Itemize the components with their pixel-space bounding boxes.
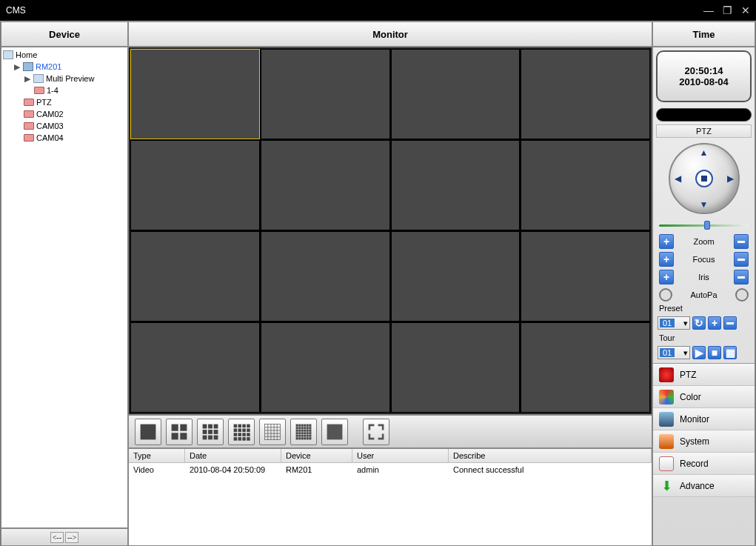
video-cell-3[interactable] (391, 49, 521, 139)
layout-1-button[interactable] (135, 419, 161, 445)
focus-in-button[interactable]: + (659, 252, 674, 267)
fullscreen-button[interactable] (363, 419, 389, 445)
zoom-out-button[interactable] (734, 234, 749, 249)
ptz-section-label: PTZ (656, 124, 752, 138)
log-row[interactable]: Video 2010-08-04 20:50:09 RM201 admin Co… (129, 463, 652, 476)
zoom-in-button[interactable]: + (659, 234, 674, 249)
tour-stop-button[interactable]: ■ (708, 346, 721, 359)
svg-rect-24 (242, 433, 246, 436)
log-col-device[interactable]: Device (281, 449, 352, 462)
video-cell-16[interactable] (521, 322, 650, 413)
video-grid-area (128, 47, 652, 415)
maximize-button[interactable]: ❐ (723, 4, 732, 16)
tree-cam02[interactable]: CAM02 (24, 108, 126, 120)
video-cell-2[interactable] (261, 49, 390, 139)
iris-open-button[interactable]: + (659, 270, 674, 284)
svg-rect-25 (247, 433, 250, 436)
nav-next-button[interactable]: --> (65, 532, 78, 543)
time-header: Time (652, 21, 755, 47)
close-button[interactable]: ✕ (741, 4, 750, 16)
autopan-left-button[interactable] (659, 288, 672, 302)
tree-cam03[interactable]: CAM03 (24, 120, 126, 132)
video-cell-8[interactable] (521, 140, 650, 230)
log-col-type[interactable]: Type (129, 449, 185, 462)
log-col-date[interactable]: Date (185, 449, 281, 462)
iris-close-button[interactable] (734, 270, 749, 284)
camera-icon (24, 134, 34, 142)
camera-icon (24, 110, 34, 118)
right-menu: PTZ Color Monitor System Record ⬇ Advanc… (653, 363, 755, 497)
clock-time: 20:50:14 (684, 65, 723, 76)
menu-ptz[interactable]: PTZ (653, 364, 755, 386)
svg-rect-23 (238, 433, 241, 436)
video-cell-11[interactable] (391, 231, 521, 322)
preset-del-button[interactable] (723, 316, 737, 330)
preset-combo[interactable]: 01▾ (658, 316, 690, 330)
video-cell-7[interactable] (391, 140, 521, 230)
clock-display: 20:50:14 2010-08-04 (656, 50, 752, 102)
video-cell-6[interactable] (261, 140, 390, 230)
video-cell-13[interactable] (130, 322, 260, 413)
video-cell-1[interactable] (130, 49, 260, 139)
expand-icon[interactable]: ▶ (24, 74, 31, 84)
svg-rect-11 (203, 435, 207, 439)
tour-label: Tour (653, 333, 755, 345)
video-cell-4[interactable] (521, 49, 650, 139)
layout-36-button[interactable] (290, 419, 317, 445)
video-cell-9[interactable] (130, 231, 260, 322)
tree-device-rm201[interactable]: ▶ RM201 (13, 61, 126, 73)
menu-color[interactable]: Color (653, 386, 755, 408)
ptz-stop-button[interactable] (695, 170, 713, 187)
video-cell-14[interactable] (261, 322, 390, 413)
autopan-right-button[interactable] (735, 288, 749, 302)
tree-cam04[interactable]: CAM04 (24, 132, 126, 144)
layout-25-button[interactable] (259, 419, 286, 445)
layout-16-button[interactable] (228, 419, 255, 445)
video-cell-5[interactable] (130, 140, 260, 230)
menu-monitor[interactable]: Monitor (653, 408, 755, 430)
menu-advance[interactable]: ⬇ Advance (653, 475, 755, 497)
nav-prev-button[interactable]: <-- (50, 532, 64, 543)
minimize-button[interactable]: — (703, 4, 714, 16)
tour-play-button[interactable]: ▶ (692, 346, 706, 359)
svg-rect-29 (247, 437, 250, 441)
autopan-label: AutoPa (690, 290, 717, 299)
tree-ptz[interactable]: PTZ (24, 96, 126, 108)
titlebar: CMS — ❐ ✕ (0, 0, 756, 21)
focus-out-button[interactable] (734, 252, 749, 267)
preset-goto-button[interactable]: ↻ (692, 316, 706, 330)
nav-bar: <-- --> (1, 528, 128, 546)
camera-icon (24, 99, 34, 106)
ptz-down-button[interactable]: ▼ (700, 199, 709, 210)
preset-add-button[interactable]: + (708, 316, 721, 330)
log-col-describe[interactable]: Describe (449, 449, 652, 462)
ptz-left-button[interactable]: ◀ (675, 173, 681, 184)
svg-rect-26 (234, 437, 238, 441)
layout-4-button[interactable] (166, 419, 193, 445)
video-cell-10[interactable] (261, 231, 390, 322)
expand-icon[interactable]: ▶ (13, 62, 21, 72)
camera-icon (34, 87, 44, 94)
layout-9-button[interactable] (197, 419, 224, 445)
video-cell-15[interactable] (391, 322, 521, 413)
menu-system[interactable]: System (653, 430, 755, 453)
ptz-speed-slider[interactable] (659, 222, 749, 228)
ptz-up-button[interactable]: ▲ (700, 147, 709, 158)
log-area: Type Date Device User Describe Video 201… (128, 448, 652, 546)
video-cell-12[interactable] (521, 231, 650, 322)
tree-root[interactable]: Home (3, 49, 126, 61)
menu-record[interactable]: Record (653, 453, 755, 475)
ptz-right-button[interactable]: ▶ (727, 173, 734, 184)
tour-edit-button[interactable]: ▦ (723, 346, 737, 359)
layout-64-button[interactable] (321, 419, 348, 445)
svg-rect-22 (234, 433, 238, 436)
video-grid (130, 49, 650, 413)
svg-rect-13 (214, 435, 218, 439)
tree-range-1-4[interactable]: 1-4 (34, 84, 126, 96)
log-col-user[interactable]: User (352, 449, 449, 462)
tree-multi-preview[interactable]: ▶ Multi Preview (24, 73, 126, 84)
dvr-icon (23, 62, 33, 71)
window-title: CMS (6, 5, 26, 16)
tour-combo[interactable]: 01▾ (658, 346, 690, 359)
log-body[interactable]: Video 2010-08-04 20:50:09 RM201 admin Co… (129, 463, 652, 545)
